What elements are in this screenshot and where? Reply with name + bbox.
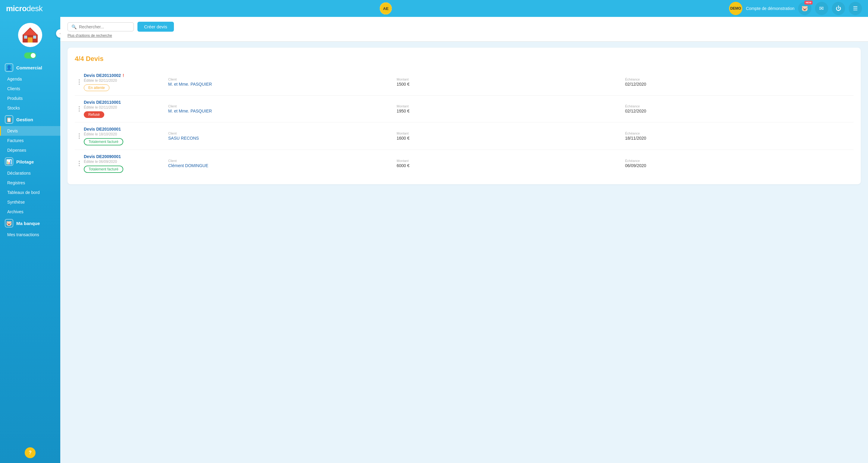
status-badge: Refusé: [84, 111, 104, 118]
svg-rect-5: [33, 36, 36, 38]
top-header: microdesk AE DEMO Compte de démonstratio…: [0, 0, 868, 17]
row-title: Devis DE20090001: [84, 154, 168, 159]
status-badge: Totalement facturé: [84, 166, 123, 173]
sidebar: ‹ 👤 Commercial Agenda Clients Produits S…: [0, 17, 60, 463]
echeance-field: Échéance 02/12/2020: [625, 78, 854, 87]
row-menu-dots[interactable]: [75, 106, 84, 112]
gestion-icon: 📋: [5, 115, 13, 124]
svg-marker-2: [23, 28, 37, 35]
montant-label: Montant: [397, 78, 625, 81]
row-main: Devis DE20110002 ! Éditée le 02/11/2020 …: [84, 73, 168, 91]
client-value: M. et Mme. PASQUIER: [168, 82, 397, 87]
edit-date: Éditée le 02/11/2020: [84, 79, 168, 83]
mode-toggle[interactable]: [24, 53, 36, 59]
devis-count-title: 4/4 Devis: [75, 55, 854, 63]
echeance-value: 06/09/2020: [625, 163, 854, 168]
echeance-field: Échéance 02/12/2020: [625, 104, 854, 113]
sidebar-item-agenda[interactable]: Agenda: [0, 74, 60, 84]
echeance-label: Échéance: [625, 104, 854, 108]
help-button[interactable]: ?: [25, 447, 36, 458]
settings-button[interactable]: ☰: [849, 2, 862, 15]
devis-id[interactable]: Devis DE20110001: [84, 100, 121, 105]
company-logo: [18, 23, 42, 47]
power-button[interactable]: ⏻: [832, 2, 845, 15]
edit-date: Éditée le 06/09/2020: [84, 160, 168, 164]
sidebar-item-depenses[interactable]: Dépenses: [0, 145, 60, 155]
echeance-label: Échéance: [625, 132, 854, 135]
montant-field: Montant 1600 €: [397, 132, 625, 141]
client-label: Client: [168, 132, 397, 135]
row-menu-dots[interactable]: [75, 133, 84, 139]
montant-label: Montant: [397, 132, 625, 135]
montant-value: 6000 €: [397, 163, 625, 168]
svg-rect-3: [28, 37, 33, 42]
echeance-value: 02/12/2020: [625, 109, 854, 113]
echeance-field: Échéance 18/11/2020: [625, 132, 854, 141]
account-label: Compte de démonstration: [746, 6, 795, 11]
montant-value: 1950 €: [397, 109, 625, 113]
status-badge: En attente: [84, 84, 110, 91]
sidebar-section-gestion: 📋 Gestion: [0, 113, 60, 126]
house-icon: [21, 26, 39, 44]
sidebar-item-tableaux-bord[interactable]: Tableaux de bord: [0, 187, 60, 197]
client-field: Client M. et Mme. PASQUIER: [168, 104, 397, 113]
table-row: Devis DE20110002 ! Éditée le 02/11/2020 …: [75, 69, 854, 96]
banque-icon: 🐷: [5, 219, 13, 227]
sidebar-item-produits[interactable]: Produits: [0, 93, 60, 103]
app-logo: microdesk: [6, 4, 42, 13]
client-label: Client: [168, 78, 397, 81]
sidebar-item-declarations[interactable]: Déclarations: [0, 168, 60, 178]
client-label: Client: [168, 159, 397, 163]
montant-value: 1600 €: [397, 136, 625, 141]
client-field: Client M. et Mme. PASQUIER: [168, 78, 397, 87]
montant-label: Montant: [397, 159, 625, 163]
search-bar-area: 🔍 Créer devis Plus d'options de recherch…: [60, 17, 868, 41]
echeance-label: Échéance: [625, 78, 854, 81]
row-title: Devis DE20110002 !: [84, 73, 168, 78]
row-menu-dots[interactable]: [75, 79, 84, 85]
search-icon: 🔍: [71, 24, 76, 29]
table-row: Devis DE20110001 Éditée le 02/11/2020 Re…: [75, 96, 854, 122]
more-search-link[interactable]: Plus d'options de recherche: [67, 33, 112, 38]
collapse-sidebar-button[interactable]: ‹: [56, 29, 60, 38]
sidebar-item-stocks[interactable]: Stocks: [0, 103, 60, 113]
sidebar-section-commercial: 👤 Commercial: [0, 61, 60, 74]
row-menu-dots[interactable]: [75, 161, 84, 166]
sidebar-item-registres[interactable]: Registres: [0, 178, 60, 187]
alert-icon: !: [123, 73, 124, 78]
sidebar-section-banque: 🐷 Ma banque: [0, 216, 60, 230]
ae-badge[interactable]: AE: [380, 2, 392, 15]
piggy-bank-button[interactable]: 🐷 NEW: [798, 2, 811, 15]
devis-id[interactable]: Devis DE20100001: [84, 127, 121, 132]
echeance-field: Échéance 06/09/2020: [625, 159, 854, 168]
client-label: Client: [168, 104, 397, 108]
header-center: AE: [380, 2, 392, 15]
montant-field: Montant 1500 €: [397, 78, 625, 87]
devis-id[interactable]: Devis DE20090001: [84, 154, 121, 159]
sidebar-item-devis[interactable]: Devis: [0, 126, 60, 136]
commercial-icon: 👤: [5, 63, 13, 72]
create-devis-button[interactable]: Créer devis: [137, 22, 174, 32]
echeance-value: 18/11/2020: [625, 136, 854, 141]
search-input[interactable]: [79, 24, 130, 29]
pilotage-icon: 📊: [5, 157, 13, 166]
devis-id[interactable]: Devis DE20110002: [84, 73, 121, 78]
montant-value: 1500 €: [397, 82, 625, 87]
sidebar-item-synthese[interactable]: Synthèse: [0, 197, 60, 207]
search-row: 🔍 Créer devis: [67, 22, 861, 32]
devis-list: Devis DE20110002 ! Éditée le 02/11/2020 …: [75, 69, 854, 177]
mail-button[interactable]: ✉: [815, 2, 828, 15]
row-main: Devis DE20090001 Éditée le 06/09/2020 To…: [84, 154, 168, 173]
content-area: 🔍 Créer devis Plus d'options de recherch…: [60, 17, 868, 463]
sidebar-item-transactions[interactable]: Mes transactions: [0, 230, 60, 239]
sidebar-bottom: ?: [0, 442, 60, 463]
echeance-value: 02/12/2020: [625, 82, 854, 87]
sidebar-section-pilotage: 📊 Pilotage: [0, 155, 60, 168]
echeance-label: Échéance: [625, 159, 854, 163]
sidebar-item-archives[interactable]: Archives: [0, 207, 60, 216]
sidebar-item-clients[interactable]: Clients: [0, 84, 60, 93]
row-title: Devis DE20110001: [84, 100, 168, 105]
new-badge: NEW: [804, 1, 812, 4]
sidebar-item-factures[interactable]: Factures: [0, 136, 60, 145]
montant-field: Montant 6000 €: [397, 159, 625, 168]
